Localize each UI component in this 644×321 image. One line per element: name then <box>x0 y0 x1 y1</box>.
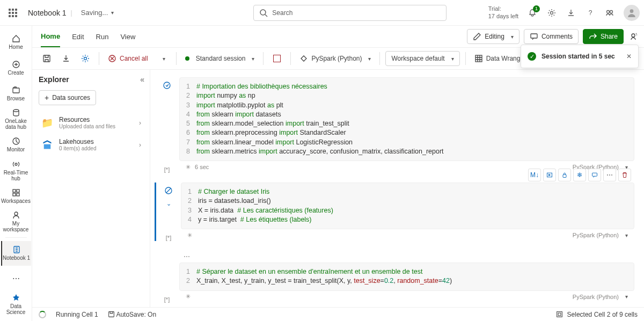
cell-3[interactable]: [*] 12 # Séparer le dataset en un ensemb… <box>155 262 634 303</box>
spark-icon: ✳ <box>186 293 191 300</box>
svg-rect-31 <box>557 312 562 317</box>
explorer-resources[interactable]: 📁 ResourcesUploaded data and files › <box>39 112 143 134</box>
cell-more[interactable]: ⋯ <box>603 169 616 181</box>
comments-button[interactable]: Comments <box>524 29 579 44</box>
save-button[interactable] <box>39 50 55 67</box>
svg-point-20 <box>84 57 87 60</box>
data-sources-button[interactable]: +Data sources <box>39 90 96 105</box>
rail-more[interactable]: ⋯ <box>1 267 31 291</box>
svg-line-1 <box>265 14 267 17</box>
cell-chevron-icon[interactable]: ⌄ <box>164 199 173 208</box>
exec-time: 6 sec <box>195 164 209 170</box>
lakehouse-icon <box>41 138 54 151</box>
cell-status-icon <box>162 81 172 90</box>
running-status: Running Cell 1 <box>56 311 98 318</box>
search-placeholder: Search <box>272 9 292 17</box>
cell-freeze[interactable] <box>558 169 571 181</box>
svg-point-15 <box>14 212 18 215</box>
top-bar: Notebook 1 | Saving... ▾ Search Trial:17… <box>0 0 644 26</box>
kernel-button[interactable]: PySpark (Python)▾ <box>296 50 374 67</box>
notebook-title[interactable]: Notebook 1 <box>28 9 67 17</box>
rail-monitor[interactable]: Monitor <box>1 133 31 157</box>
environment-button[interactable]: Workspace default▾ <box>385 51 459 66</box>
tab-run[interactable]: Run <box>96 26 109 47</box>
cell-lang[interactable]: PySpark (Python) <box>573 294 619 300</box>
rail-create[interactable]: Create <box>1 56 31 81</box>
autosave-status: AutoSave: On <box>108 311 156 318</box>
svg-rect-19 <box>43 55 50 62</box>
rail-browse[interactable]: Browse <box>1 81 31 106</box>
rail-workspaces[interactable]: Workspaces <box>1 184 31 208</box>
feedback-icon[interactable] <box>604 8 615 18</box>
session-toast: ✓ Session started in 5 sec ✕ <box>521 45 639 68</box>
rail-notebook1[interactable]: Notebook 1 <box>1 241 31 266</box>
cell-run[interactable] <box>543 169 556 181</box>
svg-point-3 <box>607 10 610 13</box>
svg-rect-17 <box>531 34 537 38</box>
svg-rect-7 <box>13 88 19 93</box>
code-input[interactable]: 1234 # Charger le dataset Iris iris = da… <box>181 183 634 229</box>
help-icon[interactable]: ? <box>585 8 596 18</box>
cell-delete[interactable] <box>618 169 631 181</box>
copilot-button[interactable] <box>628 31 639 42</box>
svg-rect-27 <box>563 174 566 177</box>
chevron-down-icon[interactable]: ▾ <box>111 10 114 16</box>
download-notebook-button[interactable] <box>58 50 74 67</box>
cell-to-markdown[interactable]: M↓ <box>528 169 541 181</box>
svg-rect-12 <box>17 189 19 192</box>
tab-home[interactable]: Home <box>41 26 60 47</box>
collapsed-output[interactable]: ⋯ <box>155 251 634 262</box>
settings-icon[interactable] <box>546 8 557 18</box>
status-bar: Running Cell 1 AutoSave: On Selected Cel… <box>32 307 644 321</box>
svg-point-10 <box>15 163 17 165</box>
cell-1[interactable]: [*] 12345678 # Importation des bibliothè… <box>155 77 634 173</box>
rail-home[interactable]: Home <box>1 30 31 55</box>
check-icon: ✓ <box>528 52 536 61</box>
collapse-explorer[interactable]: « <box>140 75 144 84</box>
notifications-icon[interactable]: 1 <box>527 8 538 18</box>
stop-icon <box>273 55 281 62</box>
app-launcher[interactable] <box>4 4 21 21</box>
share-button[interactable]: Share <box>583 29 624 44</box>
ribbon-tabs: Home Edit Run View Editing▾ Comments Sha… <box>32 26 644 47</box>
trial-status: Trial:17 days left <box>488 5 518 19</box>
chevron-right-icon: › <box>139 141 141 149</box>
search-icon <box>259 9 268 17</box>
exec-count: [*] <box>166 235 171 241</box>
exec-count: [*] <box>164 166 170 173</box>
svg-rect-30 <box>108 311 114 317</box>
svg-rect-11 <box>13 189 16 192</box>
stop-button[interactable] <box>269 50 285 67</box>
rail-realtime[interactable]: Real-Time hub <box>1 158 31 183</box>
cell-2[interactable]: M↓ ❄ ⋯ ⌄ [*] <box>155 183 634 241</box>
cancel-all-dropdown[interactable]: ▾ <box>155 50 171 67</box>
download-icon[interactable] <box>566 8 576 18</box>
tab-edit[interactable]: Edit <box>72 26 84 47</box>
svg-rect-22 <box>475 55 482 62</box>
svg-point-4 <box>610 10 613 13</box>
session-button[interactable]: Standard session▾ <box>182 50 258 67</box>
svg-rect-13 <box>13 193 16 196</box>
save-status: Saving... <box>81 9 108 17</box>
user-avatar[interactable] <box>624 5 640 21</box>
explorer-lakehouses[interactable]: Lakehouses0 item(s) added › <box>39 134 143 156</box>
rail-my-workspace[interactable]: My workspace <box>1 209 31 234</box>
search-input[interactable]: Search <box>253 5 447 21</box>
settings-gear-button[interactable] <box>77 50 93 67</box>
tab-view[interactable]: View <box>120 26 135 47</box>
rail-onelake[interactable]: OneLake data hub <box>1 107 31 132</box>
cell-cancel-icon[interactable] <box>164 186 173 195</box>
code-input[interactable]: 12 # Séparer le dataset en un ensemble d… <box>179 262 634 291</box>
svg-rect-32 <box>558 313 561 316</box>
cell-comment[interactable] <box>588 169 601 181</box>
cell-lang[interactable]: PySpark (Python) <box>573 232 619 238</box>
svg-point-25 <box>164 82 170 89</box>
svg-rect-14 <box>17 193 19 196</box>
cell-snowflake[interactable]: ❄ <box>573 169 586 181</box>
cancel-all-button[interactable]: Cancel all <box>105 50 151 67</box>
editing-mode-button[interactable]: Editing▾ <box>467 29 519 44</box>
rail-switcher[interactable]: Data Science <box>1 292 31 317</box>
spark-icon: ✳ <box>186 164 191 171</box>
toast-close[interactable]: ✕ <box>626 53 632 60</box>
code-input[interactable]: 12345678 # Importation des bibliothèques… <box>179 77 634 161</box>
